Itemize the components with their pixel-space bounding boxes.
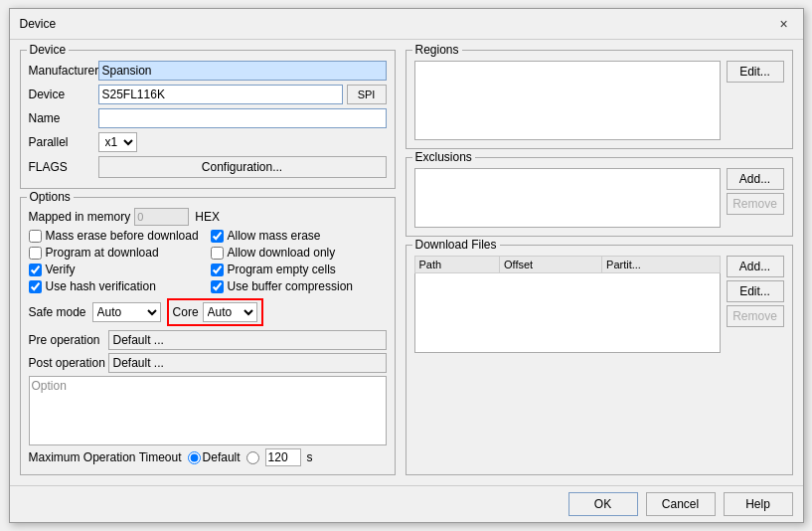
- program-empty-row: Program empty cells: [211, 263, 387, 276]
- buffer-compress-checkbox[interactable]: [211, 280, 224, 293]
- regions-box: [414, 61, 721, 140]
- pre-op-row: Pre operation Default ...: [29, 330, 387, 350]
- title-bar: Device ×: [10, 9, 803, 40]
- exclusions-box: [414, 168, 721, 228]
- ok-button[interactable]: OK: [568, 492, 638, 516]
- mass-erase-row: Mass erase before download: [29, 229, 205, 243]
- mass-erase-label: Mass erase before download: [46, 229, 199, 243]
- mapped-input[interactable]: [134, 208, 189, 226]
- timeout-label: Maximum Operation Timeout: [29, 450, 182, 464]
- regions-group-label: Regions: [412, 43, 462, 57]
- timeout-unit: s: [307, 450, 313, 464]
- manufacturer-row: Manufacturer: [29, 61, 387, 81]
- allow-mass-erase-checkbox[interactable]: [211, 230, 224, 243]
- device-group-label: Device: [27, 43, 70, 57]
- safe-mode-select[interactable]: Auto Enabled Disabled: [92, 302, 161, 322]
- program-empty-checkbox[interactable]: [211, 264, 224, 276]
- exclusions-btns: Add... Remove: [727, 168, 784, 218]
- help-button[interactable]: Help: [724, 492, 793, 516]
- dialog-body: Device Manufacturer Device SPI Name Para…: [10, 40, 803, 485]
- timeout-row: Maximum Operation Timeout Default s: [29, 448, 387, 466]
- name-row: Name: [29, 108, 387, 128]
- device-row: Device SPI: [29, 85, 387, 104]
- post-op-label: Post operation: [29, 356, 108, 370]
- exclusions-add-button[interactable]: Add...: [727, 168, 784, 190]
- allow-download-only-checkbox[interactable]: [211, 247, 224, 260]
- timeout-value-input[interactable]: [265, 448, 301, 466]
- download-table: Path Offset Partit...: [414, 256, 721, 353]
- manufacturer-input[interactable]: [98, 61, 387, 81]
- pre-op-button[interactable]: Default ...: [108, 330, 387, 350]
- download-table-body: [414, 273, 720, 353]
- program-download-label: Program at download: [46, 246, 159, 260]
- safe-core-row: Safe mode Auto Enabled Disabled Core Aut…: [29, 298, 387, 326]
- verify-checkbox[interactable]: [29, 264, 42, 276]
- verify-row: Verify: [29, 263, 205, 276]
- regions-area: [414, 61, 721, 140]
- program-empty-label: Program empty cells: [228, 263, 336, 276]
- program-download-row: Program at download: [29, 246, 205, 260]
- exclusions-remove-button[interactable]: Remove: [727, 193, 784, 215]
- download-files-btns: Add... Edit... Remove: [727, 256, 784, 330]
- device-group: Device Manufacturer Device SPI Name Para…: [20, 50, 396, 189]
- exclusions-group-label: Exclusions: [412, 150, 475, 164]
- download-remove-button[interactable]: Remove: [727, 305, 784, 327]
- regions-group: Regions Edit...: [406, 50, 793, 149]
- download-add-button[interactable]: Add...: [727, 256, 784, 277]
- option-content: [32, 393, 384, 442]
- left-panel: Device Manufacturer Device SPI Name Para…: [20, 50, 396, 475]
- download-files-label: Download Files: [412, 238, 500, 252]
- post-op-row: Post operation Default ...: [29, 353, 387, 373]
- dialog-title: Device: [20, 17, 57, 31]
- options-col-left: Mass erase before download Program at do…: [29, 229, 205, 296]
- core-group: Core Auto Core0 Core1: [167, 298, 263, 326]
- parallel-label: Parallel: [29, 135, 98, 149]
- options-col-right: Allow mass erase Allow download only Pro…: [211, 229, 387, 296]
- col-partition: Partit...: [602, 257, 720, 273]
- right-panel: Regions Edit... Exclusions: [406, 50, 793, 475]
- mapped-row: Mapped in memory HEX: [29, 208, 387, 226]
- download-edit-button[interactable]: Edit...: [727, 280, 784, 302]
- option-placeholder: Option: [32, 379, 384, 393]
- timeout-custom-radio[interactable]: [246, 451, 259, 464]
- parallel-row: Parallel x1 x2 x4 x8: [29, 132, 387, 152]
- close-button[interactable]: ×: [775, 15, 793, 33]
- program-download-checkbox[interactable]: [29, 247, 42, 260]
- dialog-footer: OK Cancel Help: [10, 485, 803, 522]
- mapped-label: Mapped in memory: [29, 210, 131, 224]
- configuration-button[interactable]: Configuration...: [98, 156, 387, 178]
- flags-label: FLAGS: [29, 160, 98, 174]
- device-label: Device: [29, 88, 98, 101]
- hash-label: Use hash verification: [46, 279, 156, 293]
- regions-edit-button[interactable]: Edit...: [727, 61, 784, 83]
- hex-label: HEX: [195, 210, 220, 224]
- core-select[interactable]: Auto Core0 Core1: [203, 302, 257, 322]
- safe-mode-label: Safe mode: [29, 305, 86, 319]
- hash-checkbox[interactable]: [29, 280, 42, 293]
- allow-download-only-label: Allow download only: [228, 246, 336, 260]
- parallel-select[interactable]: x1 x2 x4 x8: [98, 132, 137, 152]
- options-group: Options Mapped in memory HEX Mass erase …: [20, 197, 396, 475]
- exclusions-row: Add... Remove: [414, 168, 784, 228]
- option-area: Option: [29, 376, 387, 445]
- device-dialog: Device × Device Manufacturer Device SPI …: [9, 8, 804, 523]
- name-input[interactable]: [98, 108, 387, 128]
- timeout-default-radio[interactable]: [188, 451, 201, 464]
- regions-btns: Edit...: [727, 61, 784, 86]
- pre-op-label: Pre operation: [29, 333, 108, 347]
- name-label: Name: [29, 111, 98, 125]
- regions-row: Edit...: [414, 61, 784, 140]
- hash-row: Use hash verification: [29, 279, 205, 293]
- cancel-button[interactable]: Cancel: [646, 492, 716, 516]
- device-input[interactable]: [98, 85, 343, 104]
- col-path: Path: [414, 257, 499, 273]
- mass-erase-checkbox[interactable]: [29, 230, 42, 243]
- download-files-group: Download Files Path Offset Partit...: [406, 245, 793, 475]
- options-group-label: Options: [27, 190, 74, 204]
- exclusions-group: Exclusions Add... Remove: [406, 157, 793, 237]
- flags-row: FLAGS Configuration...: [29, 156, 387, 178]
- spi-button[interactable]: SPI: [347, 85, 387, 104]
- download-files-row: Path Offset Partit... Add...: [414, 256, 784, 353]
- post-op-button[interactable]: Default ...: [108, 353, 387, 373]
- manufacturer-label: Manufacturer: [29, 64, 98, 78]
